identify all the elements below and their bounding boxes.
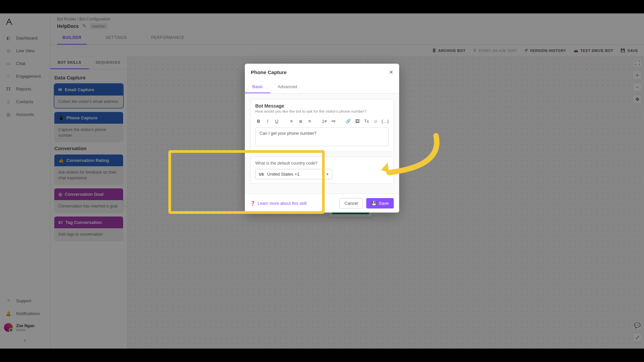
bot-message-input[interactable]: [255, 127, 389, 146]
align-center-icon: ≣: [299, 119, 303, 124]
link-button[interactable]: 🔗: [345, 117, 352, 125]
align-right-icon: ≡: [308, 119, 311, 124]
modal-header: Phone Capture ×: [245, 64, 399, 81]
cancel-label: Cancel: [344, 201, 358, 206]
underline-icon: U: [275, 119, 278, 124]
save-label: Save: [379, 201, 389, 206]
align-left-icon: ≡: [290, 119, 293, 124]
modal-actions: Cancel 💾Save: [339, 198, 394, 208]
flag-icon: US: [259, 173, 264, 176]
brace-icon: {…}: [381, 119, 389, 124]
clear-icon: Tx: [364, 119, 369, 124]
country-code-select[interactable]: US United States +1 ▾: [255, 169, 332, 179]
close-icon: ×: [389, 68, 393, 76]
help-icon: ❓: [250, 201, 256, 206]
emoji-icon: ☺: [373, 119, 378, 124]
country-code-label: What is the default country code?: [255, 161, 389, 166]
modal-tabs: Basic Advanced: [245, 81, 399, 94]
save-icon: 💾: [371, 201, 377, 206]
italic-button[interactable]: I: [264, 117, 271, 125]
image-icon: 🖼: [355, 119, 360, 124]
bot-message-sub: How would you like the bot to ask for th…: [255, 109, 389, 113]
italic-icon: I: [267, 119, 268, 124]
learn-more-label: Learn more about this skill: [258, 201, 307, 206]
unordered-list-button[interactable]: •≡: [330, 117, 337, 125]
ordered-list-button[interactable]: 1≡: [321, 117, 328, 125]
bot-message-label: Bot Message: [255, 103, 389, 109]
align-left-button[interactable]: ≡: [288, 117, 294, 125]
bot-message-block: Bot Message How would you like the bot t…: [250, 99, 394, 152]
learn-more-link[interactable]: ❓ Learn more about this skill: [250, 201, 307, 206]
align-right-button[interactable]: ≡: [307, 117, 313, 125]
modal-tab-basic[interactable]: Basic: [245, 81, 270, 93]
clear-format-button[interactable]: Tx: [363, 117, 370, 125]
bold-button[interactable]: B: [255, 117, 262, 125]
phone-capture-modal: Phone Capture × Basic Advanced Bot Messa…: [245, 64, 399, 213]
variable-button[interactable]: {…}: [381, 117, 389, 125]
modal-close-button[interactable]: ×: [389, 68, 393, 76]
country-code-block: What is the default country code? US Uni…: [250, 157, 394, 184]
modal-footer: ❓ Learn more about this skill Cancel 💾Sa…: [245, 194, 399, 213]
country-code-value: United States +1: [267, 172, 300, 177]
modal-title: Phone Capture: [251, 69, 287, 75]
modal-body: Bot Message How would you like the bot t…: [245, 94, 399, 194]
chevron-down-icon: ▾: [326, 172, 329, 177]
ol-icon: 1≡: [322, 119, 327, 124]
align-center-button[interactable]: ≣: [297, 117, 304, 125]
ul-icon: •≡: [331, 119, 335, 124]
link-icon: 🔗: [345, 119, 351, 124]
modal-tab-advanced[interactable]: Advanced: [270, 81, 305, 93]
save-button[interactable]: 💾Save: [366, 198, 394, 208]
emoji-button[interactable]: ☺: [372, 117, 379, 125]
bold-icon: B: [257, 119, 260, 124]
image-button[interactable]: 🖼: [354, 117, 361, 125]
underline-button[interactable]: U: [273, 117, 280, 125]
rte-toolbar: B I U ≡ ≣ ≡ 1≡ •≡ 🔗 🖼 Tx ☺ {…}: [255, 116, 389, 127]
cancel-button[interactable]: Cancel: [339, 198, 363, 208]
